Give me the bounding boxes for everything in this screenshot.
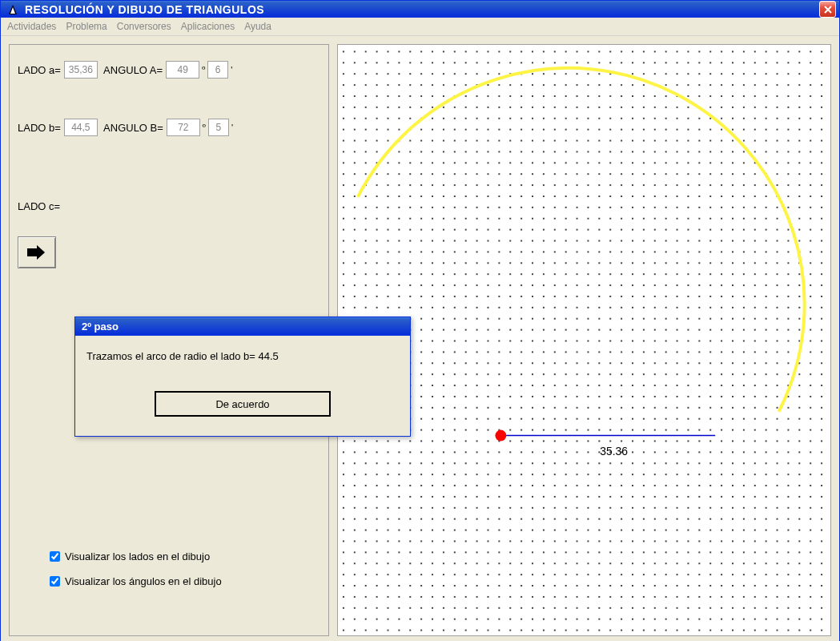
angulo-a-label: ANGULO A= [103,64,163,76]
menu-ayuda[interactable]: Ayuda [244,21,271,32]
menubar: Actividades Problema Conversores Aplicac… [1,18,839,36]
segment-label: 35.36 [600,445,628,458]
check-lados-row: Visualizar los lados en el dibujo [50,550,222,562]
step-dialog: 2º paso Trazamos el arco de radio el lad… [74,316,411,437]
angulo-a-min-input[interactable] [207,61,228,79]
dialog-body: Trazamos el arco de radio el lado b= 44.… [75,336,410,436]
dialog-ok-button[interactable]: De acuerdo [155,391,331,417]
svg-marker-5 [27,245,45,260]
visualization-options: Visualizar los lados en el dibujo Visual… [18,538,222,587]
angulo-b-min-input[interactable] [208,119,229,136]
titlebar: RESOLUCIÓN Y DIBUJO DE TRIANGULOS [1,1,839,18]
lado-a-input[interactable] [64,61,98,79]
min-symbol: ' [231,65,232,75]
deg-symbol: º [202,65,205,75]
row-lado-a: LADO a= ANGULO A= º ' [18,61,320,79]
dialog-message: Trazamos el arco de radio el lado b= 44.… [86,350,399,362]
app-window: RESOLUCIÓN Y DIBUJO DE TRIANGULOS Activi… [0,0,840,641]
row-lado-b: LADO b= ANGULO B= º ' [18,119,320,136]
check-lados[interactable] [50,551,60,562]
next-step-button[interactable] [18,236,56,268]
angulo-b-label: ANGULO B= [103,122,163,134]
dialog-title: 2º paso [75,317,410,336]
menu-conversores[interactable]: Conversores [117,21,171,32]
close-button[interactable] [819,1,836,18]
lado-b-label: LADO b= [18,122,61,134]
drawing-canvas: 35.36 [337,44,831,636]
lado-b-input[interactable] [64,119,98,136]
lado-c-label: LADO c= [18,200,60,212]
check-angulos-row: Visualizar los ángulos en el dibujo [50,575,222,587]
vertex-point [495,430,506,441]
menu-aplicaciones[interactable]: Aplicaciones [181,21,235,32]
content-area: LADO a= ANGULO A= º ' LADO b= ANGULO B= … [1,36,839,641]
window-title: RESOLUCIÓN Y DIBUJO DE TRIANGULOS [25,3,819,16]
row-lado-c: LADO c= [18,200,320,212]
menu-actividades[interactable]: Actividades [7,21,56,32]
check-lados-label: Visualizar los lados en el dibujo [65,550,210,562]
deg-symbol-b: º [203,123,206,132]
dot-grid [338,46,830,634]
menu-problema[interactable]: Problema [66,21,107,32]
canvas-svg: 35.36 [338,45,830,635]
check-angulos[interactable] [50,576,60,587]
min-symbol-b: ' [231,123,233,132]
check-angulos-label: Visualizar los ángulos en el dibujo [65,575,222,587]
angulo-a-deg-input[interactable] [166,61,199,79]
lado-a-label: LADO a= [18,64,61,76]
angulo-b-deg-input[interactable] [167,119,200,136]
app-icon [6,2,20,17]
